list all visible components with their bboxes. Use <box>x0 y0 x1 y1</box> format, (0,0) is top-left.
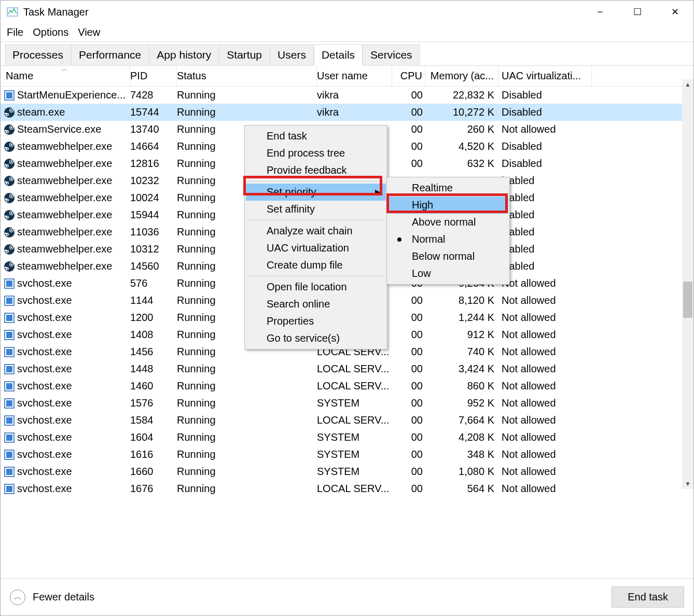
process-name: svchost.exe <box>17 431 72 443</box>
col-status[interactable]: Status <box>177 66 317 86</box>
menu-file[interactable]: File <box>4 25 26 39</box>
menu-item[interactable]: Set priority▶ <box>246 184 386 201</box>
tab-processes[interactable]: Processes <box>5 44 71 66</box>
col-cpu[interactable]: CPU <box>392 66 426 86</box>
process-icon <box>4 209 15 221</box>
table-row[interactable]: svchost.exe1676RunningLOCAL SERV...00564… <box>1 480 693 497</box>
menu-item[interactable]: Search online <box>246 296 386 313</box>
submenu-item[interactable]: Normal <box>388 231 508 248</box>
submenu-item[interactable]: High <box>388 197 508 214</box>
tab-performance[interactable]: Performance <box>71 44 149 66</box>
process-user: LOCAL SERV... <box>317 414 392 426</box>
submenu-item[interactable]: Below normal <box>388 248 508 265</box>
menu-item[interactable]: Set affinity <box>246 201 386 218</box>
process-uac: isabled <box>498 260 592 272</box>
table-row[interactable]: svchost.exe1576RunningSYSTEM00952 KNot a… <box>1 395 693 412</box>
process-name: svchost.exe <box>17 312 72 324</box>
process-status: Running <box>177 483 317 495</box>
process-icon <box>4 329 15 341</box>
process-name: svchost.exe <box>17 483 72 495</box>
titlebar: Task Manager − ☐ ✕ <box>1 1 693 23</box>
process-pid: 1660 <box>130 466 177 478</box>
submenu-item[interactable]: Low <box>388 265 508 282</box>
process-icon <box>4 261 15 272</box>
svg-point-3 <box>4 107 15 118</box>
process-status: Running <box>177 397 317 409</box>
tab-app-history[interactable]: App history <box>149 44 219 66</box>
col-name[interactable]: Name ︿ <box>1 66 130 86</box>
process-name: SteamService.exe <box>17 123 101 135</box>
scroll-down-icon[interactable]: ▼ <box>682 479 693 489</box>
table-row[interactable]: steam.exe15744Runningvikra0010,272 KDisa… <box>1 104 693 121</box>
col-uac[interactable]: UAC virtualizati... <box>498 66 592 86</box>
svg-point-30 <box>10 195 12 197</box>
process-pid: 13740 <box>130 123 177 135</box>
process-uac: Disabled <box>498 89 592 101</box>
svg-rect-54 <box>6 281 12 287</box>
process-uac: Not allowed <box>498 363 592 375</box>
close-button[interactable]: ✕ <box>656 1 693 23</box>
process-name: steamwebhelper.exe <box>17 141 112 152</box>
menu-item[interactable]: End task <box>246 128 386 145</box>
process-icon <box>4 449 15 460</box>
table-row[interactable]: svchost.exe1604RunningSYSTEM004,208 KNot… <box>1 429 693 446</box>
vertical-scrollbar[interactable]: ▲ ▼ <box>682 79 693 489</box>
col-user[interactable]: User name <box>317 66 392 86</box>
table-row[interactable]: svchost.exe1616RunningSYSTEM00348 KNot a… <box>1 446 693 463</box>
process-user: SYSTEM <box>317 397 392 409</box>
process-pid: 1576 <box>130 397 177 409</box>
process-pid: 10232 <box>130 175 177 187</box>
process-cpu: 00 <box>392 380 426 392</box>
submenu-item[interactable]: Realtime <box>388 179 508 197</box>
svg-point-15 <box>10 144 12 145</box>
scroll-up-icon[interactable]: ▲ <box>682 79 693 90</box>
process-uac: isabled <box>498 209 592 221</box>
process-uac: Not allowed <box>498 123 592 135</box>
menu-item[interactable]: Properties <box>246 313 386 330</box>
process-cpu: 00 <box>392 431 426 443</box>
menu-item[interactable]: Open file location <box>246 278 386 296</box>
minimize-button[interactable]: − <box>581 1 619 23</box>
menu-item[interactable]: Provide feedback <box>246 162 386 179</box>
process-cpu: 00 <box>392 363 426 375</box>
menu-item[interactable]: Go to service(s) <box>246 330 386 347</box>
col-mem[interactable]: Memory (ac... <box>426 66 498 86</box>
process-memory: 860 K <box>426 380 498 392</box>
svg-point-8 <box>4 124 15 135</box>
process-cpu: 00 <box>392 466 426 478</box>
submenu-item[interactable]: Above normal <box>388 214 508 231</box>
tab-users[interactable]: Users <box>270 44 314 66</box>
menu-item[interactable]: Create dump file <box>246 257 386 274</box>
process-uac: Not allowed <box>498 466 592 478</box>
table-row[interactable]: svchost.exe1660RunningSYSTEM001,080 KNot… <box>1 463 693 480</box>
menu-item[interactable]: End process tree <box>246 145 386 162</box>
table-row[interactable]: svchost.exe1584RunningLOCAL SERV...007,6… <box>1 412 693 429</box>
process-icon <box>4 415 15 426</box>
svg-rect-62 <box>6 349 12 355</box>
process-memory: 912 K <box>426 329 498 341</box>
col-pid[interactable]: PID <box>130 66 177 86</box>
scrollbar-thumb[interactable] <box>683 282 692 318</box>
process-cpu: 00 <box>392 158 426 170</box>
table-row[interactable]: svchost.exe1448RunningLOCAL SERV...003,4… <box>1 360 693 377</box>
tab-details[interactable]: Details <box>314 44 363 66</box>
process-name: svchost.exe <box>17 466 72 478</box>
menu-options[interactable]: Options <box>30 25 72 39</box>
process-pid: 1200 <box>130 312 177 324</box>
menu-item[interactable]: UAC virtualization <box>246 240 386 257</box>
tab-startup[interactable]: Startup <box>219 44 270 66</box>
menu-item[interactable]: Analyze wait chain <box>246 222 386 240</box>
svg-point-45 <box>10 246 12 248</box>
process-status: Running <box>177 466 317 478</box>
table-row[interactable]: StartMenuExperience...7428Runningvikra00… <box>1 87 693 104</box>
svg-point-48 <box>4 261 15 272</box>
process-name: svchost.exe <box>17 449 72 460</box>
menu-view[interactable]: View <box>75 25 103 39</box>
tab-services[interactable]: Services <box>363 44 420 66</box>
svg-point-23 <box>4 176 15 186</box>
process-name: svchost.exe <box>17 363 72 375</box>
maximize-button[interactable]: ☐ <box>619 1 656 23</box>
fewer-details-button[interactable]: ︿ Fewer details <box>10 590 94 605</box>
table-row[interactable]: svchost.exe1460RunningLOCAL SERV...00860… <box>1 377 693 395</box>
end-task-button[interactable]: End task <box>612 586 684 608</box>
